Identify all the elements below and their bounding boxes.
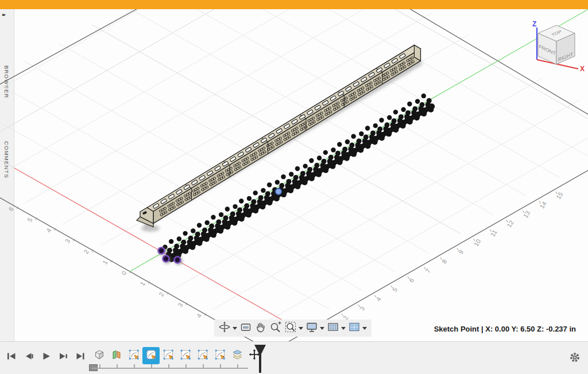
display-settings-button[interactable] bbox=[305, 321, 324, 336]
sketch-5[interactable] bbox=[194, 347, 211, 364]
svg-text:3: 3 bbox=[64, 237, 71, 244]
viewports-icon bbox=[348, 321, 361, 336]
selected-sketch-point[interactable] bbox=[163, 256, 169, 262]
grid-ruler-numbers: 76543210123423456789101112131415 bbox=[0, 190, 564, 321]
navigation-toolbar bbox=[214, 320, 372, 337]
svg-text:7: 7 bbox=[424, 267, 431, 274]
sketch-3[interactable] bbox=[160, 347, 177, 364]
fit-dropdown-caret[interactable] bbox=[299, 327, 303, 330]
fusion-app-window: ▸▸ BROWSER COMMENTS 76543210123423456789… bbox=[0, 0, 588, 374]
grid-and-snaps-button[interactable] bbox=[327, 321, 346, 336]
viewcube-z-label: Z bbox=[532, 20, 536, 28]
zoom-button[interactable] bbox=[269, 321, 282, 336]
sketch-1[interactable] bbox=[125, 347, 142, 364]
timeline-feature-list bbox=[91, 347, 263, 364]
construction-planes-feature[interactable] bbox=[108, 347, 125, 364]
timeline-tick bbox=[134, 364, 135, 368]
svg-text:2: 2 bbox=[82, 248, 90, 255]
step-forward-button[interactable] bbox=[56, 350, 69, 363]
x-axis-line bbox=[14, 168, 283, 320]
svg-text:4: 4 bbox=[374, 295, 382, 302]
sketch-feature-icon bbox=[214, 348, 226, 363]
sketch-feature-icon bbox=[196, 348, 209, 363]
look-at-icon bbox=[239, 321, 252, 336]
display-settings-dropdown-caret[interactable] bbox=[320, 327, 324, 330]
skip-to-start-button[interactable] bbox=[5, 350, 17, 363]
svg-text:3: 3 bbox=[358, 305, 366, 312]
gear-icon[interactable] bbox=[568, 351, 581, 364]
svg-text:4: 4 bbox=[45, 227, 52, 234]
planes-feature-icon bbox=[110, 348, 123, 363]
svg-text:5: 5 bbox=[391, 286, 399, 293]
form-feature-icon bbox=[93, 348, 106, 363]
app-header-bar bbox=[0, 0, 588, 9]
grid-border bbox=[0, 9, 588, 341]
sketch-2[interactable] bbox=[142, 347, 160, 364]
timeline-bar bbox=[0, 341, 588, 374]
timeline-tick bbox=[117, 364, 118, 368]
sketch-4[interactable] bbox=[177, 347, 194, 364]
svg-text:8: 8 bbox=[440, 258, 448, 265]
grid-icon bbox=[327, 321, 339, 336]
surface-feature[interactable] bbox=[229, 347, 246, 364]
pan-hand-icon bbox=[254, 321, 267, 336]
timeline-tick bbox=[168, 364, 169, 368]
timeline-tick bbox=[185, 364, 187, 368]
orbit-icon bbox=[218, 321, 231, 336]
svg-text:2: 2 bbox=[157, 291, 165, 298]
fit-zoom-window-icon bbox=[284, 321, 297, 336]
timeline-track[interactable] bbox=[92, 368, 248, 369]
svg-text:6: 6 bbox=[7, 206, 15, 213]
rail-shadow bbox=[141, 63, 421, 232]
svg-text:6: 6 bbox=[408, 277, 415, 284]
viewports-dropdown-caret[interactable] bbox=[362, 327, 367, 330]
timeline-tick bbox=[151, 364, 152, 368]
3d-viewport[interactable]: 76543210123423456789101112131415 TOP FRO… bbox=[0, 9, 588, 341]
selection-status-text: Sketch Point | X: 0.00 Y: 6.50 Z: -0.237… bbox=[434, 325, 576, 333]
orbit-dropdown-caret[interactable] bbox=[233, 327, 237, 330]
skip-to-end-button[interactable] bbox=[74, 350, 86, 363]
timeline-tick bbox=[220, 364, 221, 368]
svg-text:0: 0 bbox=[120, 270, 127, 276]
sketch-feature-icon bbox=[179, 348, 192, 363]
timeline-playback-controls bbox=[5, 350, 86, 363]
step-back-button[interactable] bbox=[22, 350, 34, 363]
svg-text:9: 9 bbox=[457, 248, 465, 255]
selected-sketch-point[interactable] bbox=[158, 248, 165, 254]
model-canvas[interactable]: 76543210123423456789101112131415 bbox=[0, 9, 588, 341]
view-cube[interactable]: TOP FRONT RIGHT Z X bbox=[524, 14, 587, 71]
slabs-feature-icon bbox=[231, 348, 243, 363]
highlighted-sketch-point[interactable] bbox=[276, 189, 282, 195]
zoom-icon bbox=[269, 321, 282, 336]
svg-text:5: 5 bbox=[26, 216, 33, 223]
fit-button[interactable] bbox=[284, 321, 303, 336]
viewcube-x-label: X bbox=[580, 65, 585, 71]
sketch-6[interactable] bbox=[211, 347, 229, 364]
pan-button[interactable] bbox=[254, 321, 267, 336]
sketch-feature-icon bbox=[127, 348, 140, 363]
orbit-button[interactable] bbox=[218, 321, 237, 336]
play-button[interactable] bbox=[39, 350, 52, 363]
look-at-button[interactable] bbox=[239, 321, 252, 336]
svg-text:1: 1 bbox=[139, 280, 146, 287]
timeline-playhead[interactable] bbox=[253, 345, 268, 373]
ground-grid bbox=[0, 9, 588, 341]
svg-text:1: 1 bbox=[101, 259, 109, 266]
timeline-tick bbox=[237, 364, 238, 368]
timeline-tick bbox=[99, 364, 100, 368]
svg-text:3: 3 bbox=[176, 302, 184, 309]
base-body-feature[interactable] bbox=[91, 347, 108, 364]
selected-sketch-point[interactable] bbox=[175, 257, 181, 263]
grid-and-snaps-dropdown-caret[interactable] bbox=[341, 327, 346, 330]
display-monitor-icon bbox=[305, 321, 318, 336]
sketch-feature-icon bbox=[145, 348, 157, 363]
timeline-tick bbox=[203, 364, 204, 368]
viewports-button[interactable] bbox=[348, 321, 367, 336]
svg-text:4: 4 bbox=[195, 312, 203, 319]
sketch-feature-icon bbox=[162, 348, 175, 363]
